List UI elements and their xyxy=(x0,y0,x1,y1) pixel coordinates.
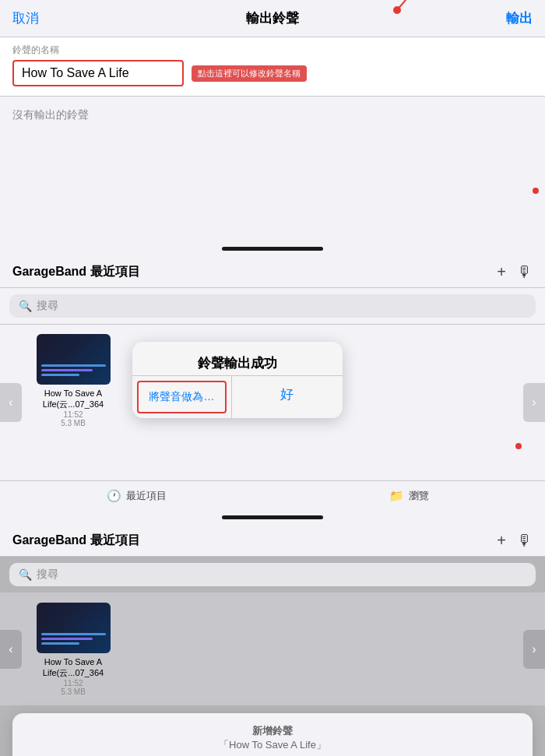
no-output-text: 沒有輸出的鈴聲 xyxy=(12,108,89,121)
project-time-1: 11:52 xyxy=(63,410,83,419)
project-time-2: 11:52 xyxy=(63,679,83,687)
cancel-button[interactable]: 取消 xyxy=(12,9,39,27)
left-arrow-button[interactable]: ‹ xyxy=(0,383,22,422)
garageband-title-2: GarageBand 最近項目 xyxy=(12,533,140,549)
action-sheet-overlay: 新增鈴聲 「How To Save A Life」 標準鈴聲 標準文字鈴聲 指定… xyxy=(0,705,545,756)
project-name-2: How To Save A Life(云...07_364 xyxy=(34,656,112,679)
right-chevron-icon: › xyxy=(532,396,536,410)
export-button[interactable]: 輸出 xyxy=(506,9,533,27)
nav-bar: 取消 輸出鈴聲 輸出 xyxy=(0,0,545,33)
page-title: 輸出鈴聲 xyxy=(246,9,299,27)
garageband-section-2: GarageBand 最近項目 + 🎙 🔍 搜尋 ‹ xyxy=(0,524,545,756)
dialog-box: 鈴聲輸出成功 將聲音做為… 好 xyxy=(132,342,343,418)
search-placeholder: 搜尋 xyxy=(37,299,58,313)
left-chevron-icon: ‹ xyxy=(9,396,12,410)
project-size-2: 5.3 MB xyxy=(61,687,86,696)
export-ringtone-screen: 取消 輸出鈴聲 輸出 鈴聲的名稱 點击這裡可以修改鈴聲名稱 沒有輸出的鈴聲 xyxy=(0,0,545,255)
section-divider-2 xyxy=(0,511,545,524)
make-sound-button[interactable]: 將聲音做為… xyxy=(137,381,227,413)
drag-bar-2 xyxy=(222,515,323,519)
action-sheet-new-ringtone-label: 新增鈴聲 xyxy=(25,724,520,738)
action-sheet-ringtone-name-label: 「How To Save A Life」 xyxy=(25,738,520,752)
search-input-container[interactable]: 🔍 搜尋 xyxy=(9,294,536,318)
add-icon-2[interactable]: + xyxy=(497,532,506,550)
garageband-header-2: GarageBand 最近項目 + 🎙 xyxy=(0,524,545,557)
search-input-container-2[interactable]: 🔍 搜尋 xyxy=(9,563,536,586)
garageband-section-1: GarageBand 最近項目 + 🎙 🔍 搜尋 ‹ xyxy=(0,255,545,511)
right-chevron-icon-2: › xyxy=(532,642,536,656)
garageband-content-area: ‹ How To Save A Life(云...07_364 11:52 5.… xyxy=(0,325,545,480)
garageband-tabs: 🕐 最近項目 📁 瀏覽 xyxy=(0,480,545,511)
action-sheet: 新增鈴聲 「How To Save A Life」 標準鈴聲 標準文字鈴聲 指定… xyxy=(12,713,533,756)
export-success-dialog: 鈴聲輸出成功 將聲音做為… 好 xyxy=(132,342,343,418)
dialog-buttons: 將聲音做為… 好 xyxy=(132,375,343,418)
right-arrow-button-2[interactable]: › xyxy=(523,630,545,669)
red-dot-annotation xyxy=(533,188,539,194)
mic-icon-2[interactable]: 🎙 xyxy=(517,532,533,550)
project-thumbnail-2 xyxy=(37,603,111,653)
track-line-2-2 xyxy=(41,638,93,640)
browse-icon: 📁 xyxy=(389,489,404,503)
garageband-content-area-2: ‹ How To Save A Life(云...07_364 11:52 5.… xyxy=(0,593,545,705)
ringtone-name-input[interactable] xyxy=(12,60,184,86)
empty-area xyxy=(0,133,545,242)
action-sheet-header: 新增鈴聲 「How To Save A Life」 xyxy=(12,713,533,756)
browse-tab[interactable]: 📁 瀏覽 xyxy=(272,481,545,511)
drag-bar xyxy=(222,247,323,251)
red-dot-2 xyxy=(515,443,522,449)
right-arrow-button[interactable]: › xyxy=(523,383,545,422)
track-line-2-1 xyxy=(41,633,106,635)
track-visualization xyxy=(41,364,106,378)
no-output-section: 沒有輸出的鈴聲 xyxy=(0,97,545,133)
recent-label: 最近項目 xyxy=(126,489,167,503)
garageband-search-bar-2: 🔍 搜尋 xyxy=(0,557,545,593)
ringtone-hint-badge: 點击這裡可以修改鈴聲名稱 xyxy=(192,65,307,82)
search-icon: 🔍 xyxy=(19,300,32,312)
browse-label: 瀏覽 xyxy=(409,489,429,503)
recent-icon: 🕐 xyxy=(107,489,121,503)
search-inner-2: 🔍 搜尋 xyxy=(19,568,58,582)
garageband-header: GarageBand 最近項目 + 🎙 xyxy=(0,255,545,288)
ringtone-name-section: 鈴聲的名稱 點击這裡可以修改鈴聲名稱 xyxy=(0,37,545,97)
project-item-2[interactable]: How To Save A Life(云...07_364 11:52 5.3 … xyxy=(34,603,112,696)
track-line-1 xyxy=(41,364,106,367)
track-line-2-3 xyxy=(41,642,80,645)
garageband-header-icons-2: + 🎙 xyxy=(497,532,533,550)
ok-button[interactable]: 好 xyxy=(231,376,343,418)
drag-handle[interactable] xyxy=(0,242,545,255)
search-placeholder-2: 搜尋 xyxy=(37,568,58,582)
ringtone-name-row: 點击這裡可以修改鈴聲名稱 xyxy=(12,60,533,86)
track-line-2 xyxy=(41,369,93,371)
ringtone-name-label: 鈴聲的名稱 xyxy=(12,44,533,57)
project-thumbnail xyxy=(37,334,111,385)
garageband-search-bar: 🔍 搜尋 xyxy=(0,288,545,325)
track-visualization-2 xyxy=(41,633,106,647)
add-icon[interactable]: + xyxy=(497,263,506,281)
garageband-header-icons: + 🎙 xyxy=(497,263,533,281)
search-inner: 🔍 搜尋 xyxy=(19,299,58,313)
mic-icon[interactable]: 🎙 xyxy=(517,263,533,281)
left-arrow-button-2[interactable]: ‹ xyxy=(0,630,22,669)
search-icon-2: 🔍 xyxy=(19,568,32,581)
garageband-title: GarageBand 最近項目 xyxy=(12,264,140,280)
project-size: 5.3 MB xyxy=(61,419,86,427)
track-line-3 xyxy=(41,374,80,376)
project-item[interactable]: How To Save A Life(云...07_364 11:52 5.3 … xyxy=(34,334,112,427)
left-chevron-icon-2: ‹ xyxy=(9,642,12,656)
project-name: How To Save A Life(云...07_364 xyxy=(34,388,112,410)
recent-tab[interactable]: 🕐 最近項目 xyxy=(0,481,272,511)
dialog-title: 鈴聲輸出成功 xyxy=(132,342,343,375)
